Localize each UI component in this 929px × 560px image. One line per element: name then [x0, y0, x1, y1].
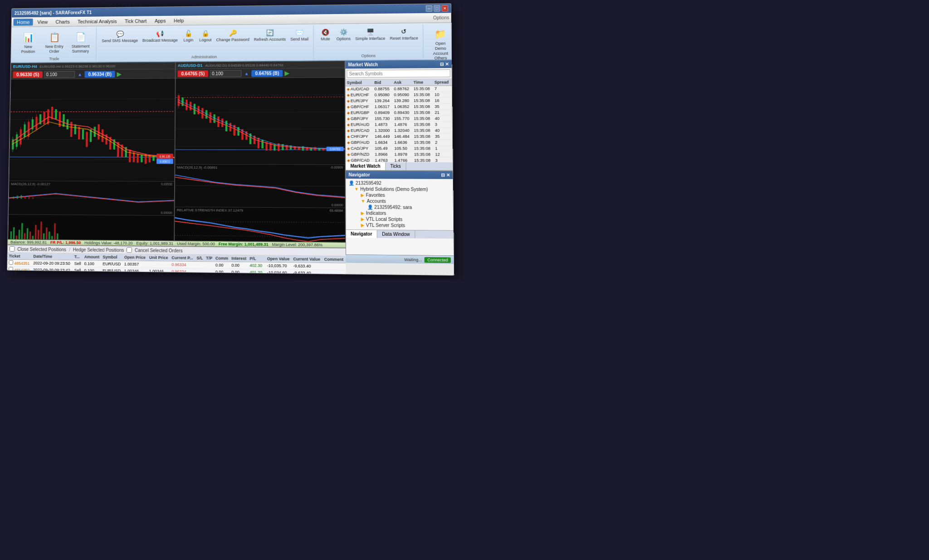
market-watch-row[interactable]: ◆EUR/AUD 1.4873 1.4876 15:35:08 3: [346, 122, 452, 127]
eur-usd-buy-button[interactable]: 0.96334 (B): [85, 71, 115, 78]
nav-accounts-item[interactable]: ▼ Accounts: [348, 198, 451, 205]
trade-row[interactable]: 4854349 2022-09-20 09:23:35 Sell 0.100 E…: [7, 273, 346, 275]
svg-rect-63: [29, 197, 30, 199]
new-position-button[interactable]: 📊 New Position: [15, 29, 41, 56]
svg-rect-82: [57, 234, 59, 241]
menu-item-home[interactable]: Home: [13, 18, 33, 25]
mw-spread: 40: [433, 116, 452, 122]
symbol-search-input[interactable]: [347, 69, 450, 78]
market-watch-row[interactable]: ◆GBP/JPY 155.730 155.770 15:35:08 40: [346, 116, 452, 122]
mw-bid: 0.89409: [373, 110, 393, 116]
nav-favorites-item[interactable]: ▶ Favorites: [348, 192, 451, 198]
market-watch-row[interactable]: ◆GBP/CAD 1.4763 1.4766 15:35:08 3: [346, 157, 453, 162]
tab-data-window[interactable]: Data Window: [377, 230, 415, 238]
menu-item-help[interactable]: Help: [170, 17, 187, 24]
send-sms-button[interactable]: 💬 Send SMS Message: [100, 28, 140, 45]
mw-ask: 155.770: [393, 116, 412, 122]
refresh-accounts-button[interactable]: 🔄 Refresh Accounts: [252, 26, 288, 44]
eur-usd-chart[interactable]: EUR/USD-H4 EUR/USD.H4 0.96223 0.96238 0.…: [8, 62, 176, 241]
trade-ticket: 4854349: [7, 273, 32, 275]
login-label: Login: [184, 38, 194, 43]
nav-sara-account[interactable]: 👤 2132595492: sara: [348, 204, 451, 211]
market-watch-row[interactable]: ◆GBP/AUD 1.6634 1.6636 15:35:08 2: [346, 140, 452, 146]
market-watch-row[interactable]: ◆EUR/CAD 1.32000 1.32040 15:35:08 40: [346, 127, 452, 133]
mw-symbol: ◆GBP/CHF: [346, 104, 373, 110]
trade-interest: 0.00: [230, 262, 248, 269]
menu-item-tick[interactable]: Tick Chart: [121, 17, 150, 24]
eur-usd-sell-button[interactable]: 0.96330 (S): [13, 71, 43, 78]
open-demo-icon: 📁: [433, 26, 448, 41]
simple-interface-button[interactable]: 🖥️ Simple Interface: [353, 25, 387, 43]
change-password-button[interactable]: 🔑 Change Password: [215, 27, 251, 44]
trade-ticket: 4854350: [7, 267, 32, 274]
svg-rect-43: [129, 150, 131, 162]
close-positions-checkbox[interactable]: [10, 246, 15, 252]
svg-rect-32: [86, 132, 88, 147]
trade-sl: [195, 275, 205, 276]
market-watch-row[interactable]: ◆EUR/CHF 0.95080 0.95090 15:35:08 10: [346, 92, 452, 98]
aud-usd-chart[interactable]: AUD/USD-D1 AUD/USD.D1 0.64539 0.65128 0.…: [174, 61, 346, 243]
options-button[interactable]: ⚙️ Options: [335, 25, 353, 43]
th-symbol-mw: Symbol: [345, 79, 373, 86]
tab-market-watch[interactable]: Market Watch: [346, 162, 386, 170]
send-mail-button[interactable]: ✉️ Send Mail: [288, 26, 310, 43]
options-label: Options: [433, 15, 449, 20]
footer-right: Waiting... Connected: [404, 257, 451, 263]
close-button[interactable]: ✕: [442, 5, 449, 11]
mute-button[interactable]: 🔇 Mute: [317, 26, 333, 43]
eur-usd-candlestick-svg: 0.96.135 0.95872: [10, 78, 175, 180]
th-sl: S/L: [195, 255, 205, 262]
navigator-header: Navigator ⊟ ✕: [346, 171, 453, 179]
market-watch-row[interactable]: ◆AUD/CAD 0.88755 0.88762 15:35:08 7: [346, 86, 452, 92]
open-demo-button[interactable]: 📁 Open Demo Account Others: [427, 24, 454, 63]
reset-interface-button[interactable]: ↺ Reset Interface: [388, 25, 420, 43]
new-entry-button[interactable]: 📋 New Entry Order: [42, 28, 68, 55]
minimize-button[interactable]: ─: [426, 5, 432, 12]
trade-group-label: Trade: [49, 56, 59, 61]
menu-item-view[interactable]: View: [34, 18, 51, 25]
market-watch-row[interactable]: ◆CAD/JPY 105.49 105.50 15:35:08 1: [346, 146, 452, 151]
tab-ticks[interactable]: Ticks: [386, 162, 406, 170]
market-watch-scroll: Symbol Bid Ask Time Spread ◆AUD/CAD 0.88…: [345, 79, 452, 162]
aud-usd-sell-button[interactable]: 0.64765 (S): [178, 70, 209, 77]
logout-button[interactable]: 🔒 Logout: [197, 27, 214, 44]
eur-usd-macd-label: MACD(26,12,9) -0.00127: [11, 182, 50, 186]
menu-item-charts[interactable]: Charts: [52, 18, 73, 25]
nav-hybrid-item[interactable]: ▼ Hybrid Solutions (Demo System): [348, 186, 451, 192]
market-watch-row[interactable]: ◆CHF/JPY 146.449 146.484 15:35:08 35: [346, 133, 452, 139]
broadcast-button[interactable]: 📢 Broadcast Message: [141, 27, 180, 44]
market-watch-row[interactable]: ◆EUR/JPY 139.264 139.280 15:35:08 16: [346, 97, 452, 104]
aud-usd-amount-input[interactable]: [210, 70, 242, 77]
statement-button[interactable]: 📄 Statement Summary: [68, 28, 93, 55]
cancel-orders-checkbox[interactable]: [127, 248, 132, 253]
svg-rect-120: [298, 147, 300, 151]
nav-accounts-label: Accounts: [367, 199, 386, 204]
market-watch-row[interactable]: ◆GBP/NZD 1.8966 1.8978 15:35:08 12: [346, 151, 453, 158]
login-button[interactable]: 🔓 Login: [181, 27, 197, 44]
eur-usd-amount-input[interactable]: [44, 71, 75, 78]
ribbon-group-admin: 💬 Send SMS Message 📢 Broadcast Message 🔓…: [97, 25, 313, 61]
aud-usd-buy-button[interactable]: 0.64765 (B): [251, 70, 283, 77]
mw-time: 15:35:08: [413, 157, 434, 162]
svg-rect-71: [26, 228, 28, 241]
trade-sl: [195, 262, 205, 268]
mw-symbol: ◆GBP/JPY: [346, 116, 373, 122]
trade-symbol: EUR/USD: [101, 268, 123, 275]
th-unit-price: Unit Price: [148, 254, 171, 261]
market-watch-title: Market Watch: [348, 62, 378, 67]
menu-item-technical[interactable]: Technical Analysis: [74, 17, 120, 25]
maximize-button[interactable]: □: [434, 5, 440, 12]
trade-datetime: 2022-09-20 09:23:35: [32, 273, 73, 276]
nav-hybrid-label: Hybrid Solutions (Demo System): [360, 186, 428, 192]
connection-status: Connected: [425, 257, 451, 263]
aud-usd-price-bar: 0.64765 (S) ▲ 0.64765 (B) ▶: [176, 68, 345, 78]
svg-line-83: [176, 95, 344, 95]
market-watch-row[interactable]: ◆EUR/GBP 0.89409 0.89430 15:35:08 21: [346, 109, 452, 116]
trade-unit-price: [148, 261, 171, 268]
aud-usd-rsi-label: RELATIVE STRENGTH INDEX 37.12479: [177, 208, 244, 213]
nav-vtl-server-item[interactable]: ▶ VTL Server Scripts: [348, 222, 451, 229]
market-watch-row[interactable]: ◆GBP/CHF 1.06317 1.06352 15:35:08 35: [346, 103, 452, 110]
menu-item-apps[interactable]: Apps: [151, 17, 169, 24]
mute-icon: 🔇: [320, 27, 330, 37]
tab-navigator[interactable]: Navigator: [346, 230, 377, 238]
